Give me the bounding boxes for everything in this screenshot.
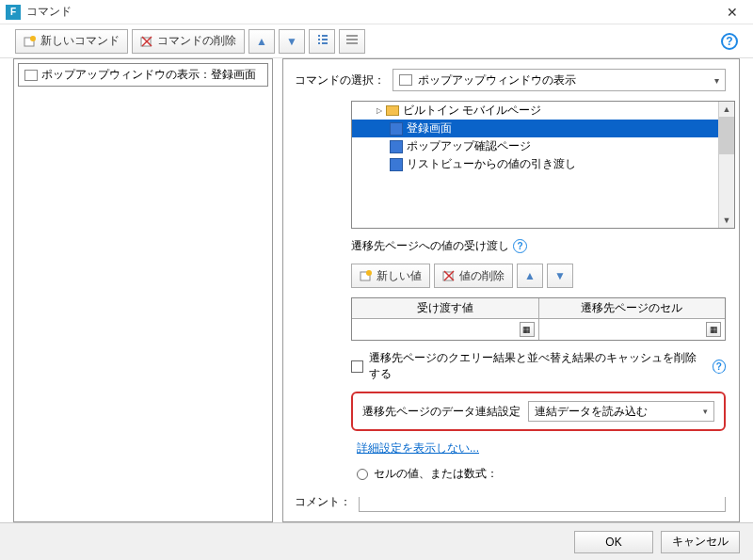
move-up-button[interactable]: ▲ — [248, 29, 275, 54]
command-select-dropdown[interactable]: ポップアップウィンドウの表示 ▾ — [393, 69, 726, 91]
tree-item-label: リストビューからの値の引き渡し — [407, 157, 576, 171]
tree-item-selected[interactable]: 登録画面 — [352, 120, 718, 137]
help-icon[interactable]: ? — [713, 360, 726, 374]
cache-delete-checkbox[interactable] — [351, 360, 363, 373]
pass-values-label-row: 遷移先ページへの値の受け渡し ? — [351, 238, 739, 254]
pass-values-label: 遷移先ページへの値の受け渡し — [351, 238, 509, 254]
page-icon — [399, 74, 412, 86]
cell-picker-icon[interactable]: ▦ — [520, 322, 535, 337]
svg-rect-13 — [346, 42, 358, 44]
comment-input[interactable] — [359, 491, 726, 512]
move-down-button[interactable]: ▼ — [279, 29, 305, 54]
page-tree-content: ▷ ビルトイン モバイルページ 登録画面 ポップアップ確認ページ — [352, 102, 718, 228]
arrow-down-icon: ▼ — [554, 269, 566, 282]
svg-rect-11 — [346, 35, 358, 37]
column-header-target: 遷移先ページのセル — [539, 298, 726, 318]
tree-item[interactable]: ポップアップ確認ページ — [352, 137, 718, 155]
arrow-up-icon: ▲ — [524, 269, 536, 282]
chevron-down-icon: ▾ — [703, 407, 708, 416]
tree-item[interactable]: リストビューからの値の引き渡し — [352, 155, 718, 173]
list-outdent-icon — [345, 33, 359, 49]
tree-group[interactable]: ▷ ビルトイン モバイルページ — [352, 102, 718, 120]
svg-rect-7 — [318, 42, 320, 44]
dialog-footer: OK キャンセル — [0, 522, 753, 560]
command-select-label: コマンドの選択： — [295, 72, 385, 88]
svg-rect-8 — [322, 35, 328, 37]
value-down-button[interactable]: ▼ — [547, 264, 573, 288]
scroll-up-icon: ▲ — [719, 102, 734, 117]
toolbar: 新しいコマンド コマンドの削除 ▲ ▼ ? — [0, 24, 753, 58]
command-list-panel: ポップアップウィンドウの表示：登録画面 — [13, 58, 273, 522]
cell-value-radio[interactable] — [357, 469, 368, 480]
svg-point-1 — [30, 36, 36, 41]
page-icon — [390, 140, 403, 153]
folder-icon — [386, 105, 399, 116]
window-title: コマンド — [26, 4, 717, 20]
list-indent-button[interactable] — [309, 29, 335, 54]
help-button[interactable]: ? — [721, 33, 738, 50]
arrow-down-icon: ▼ — [286, 35, 297, 48]
cancel-button[interactable]: キャンセル — [661, 531, 740, 553]
delete-value-button[interactable]: 値の削除 — [434, 264, 513, 288]
app-icon: F — [6, 5, 21, 20]
delete-value-icon — [442, 269, 456, 282]
cache-delete-label: 遷移先ページのクエリー結果と並べ替え結果のキャッシュを削除する — [369, 350, 703, 382]
data-link-value: 連結データを読み込む — [535, 404, 648, 420]
new-value-button[interactable]: 新しい値 — [351, 264, 430, 288]
main-area: ポップアップウィンドウの表示：登録画面 コマンドの選択： ポップアップウィンドウ… — [0, 58, 753, 522]
tree-group-label: ビルトイン モバイルページ — [403, 104, 541, 118]
cell-picker-icon[interactable]: ▦ — [706, 322, 721, 337]
svg-point-15 — [366, 270, 372, 276]
arrow-up-icon: ▲ — [256, 35, 267, 48]
page-icon — [24, 70, 38, 81]
page-tree: ▷ ビルトイン モバイルページ 登録画面 ポップアップ確認ページ — [351, 101, 735, 229]
ok-button[interactable]: OK — [574, 531, 653, 553]
svg-rect-9 — [322, 39, 328, 40]
command-item-label: ポップアップウィンドウの表示：登録画面 — [41, 67, 256, 83]
command-settings-panel: コマンドの選択： ポップアップウィンドウの表示 ▾ ▷ ビルトイン モバイルペー… — [282, 58, 740, 522]
value-target-cell[interactable]: ▦ — [539, 319, 726, 340]
scrollbar-thumb[interactable] — [719, 117, 734, 154]
comment-label: コメント： — [295, 494, 351, 510]
cell-value-radio-label: セルの値、または数式： — [374, 466, 498, 482]
value-up-button[interactable]: ▲ — [517, 264, 543, 288]
command-select-value: ポップアップウィンドウの表示 — [418, 72, 576, 88]
new-command-button[interactable]: 新しいコマンド — [15, 29, 128, 54]
values-table: 受け渡す値 遷移先ページのセル ▦ ▦ — [351, 297, 726, 341]
tree-item-label: 登録画面 — [407, 121, 452, 136]
page-icon — [390, 158, 403, 171]
window-titlebar: F コマンド ✕ — [0, 0, 753, 24]
delete-command-button[interactable]: コマンドの削除 — [132, 29, 245, 54]
svg-rect-6 — [318, 39, 320, 40]
new-value-label: 新しい値 — [376, 268, 422, 284]
delete-command-label: コマンドの削除 — [157, 33, 236, 49]
column-header-source: 受け渡す値 — [352, 298, 539, 318]
command-item[interactable]: ポップアップウィンドウの表示：登録画面 — [18, 63, 268, 87]
data-link-label: 遷移先ページのデータ連結設定 — [362, 404, 521, 420]
svg-rect-12 — [346, 39, 358, 40]
data-link-setting-highlight: 遷移先ページのデータ連結設定 連結データを読み込む ▾ — [351, 392, 726, 431]
chevron-down-icon: ▾ — [714, 75, 719, 86]
hide-advanced-link[interactable]: 詳細設定を表示しない... — [357, 440, 739, 456]
new-command-label: 新しいコマンド — [40, 33, 120, 49]
new-command-icon — [24, 35, 37, 48]
expand-icon: ▷ — [376, 106, 382, 115]
value-source-cell[interactable]: ▦ — [352, 319, 539, 340]
tree-scrollbar[interactable]: ▲ ▼ — [718, 102, 734, 228]
command-select-row: コマンドの選択： ポップアップウィンドウの表示 ▾ — [295, 69, 739, 91]
page-icon — [390, 122, 403, 136]
data-link-combo[interactable]: 連結データを読み込む ▾ — [528, 401, 714, 422]
new-value-icon — [360, 269, 373, 282]
help-icon[interactable]: ? — [513, 239, 527, 253]
tree-item-label: ポップアップ確認ページ — [407, 139, 531, 153]
cache-checkbox-row: 遷移先ページのクエリー結果と並べ替え結果のキャッシュを削除する ? — [351, 350, 726, 382]
comment-row: コメント： — [295, 491, 726, 512]
svg-rect-5 — [318, 35, 320, 37]
delete-value-label: 値の削除 — [459, 268, 505, 284]
delete-command-icon — [140, 35, 153, 48]
scroll-down-icon: ▼ — [719, 213, 734, 228]
close-button[interactable]: ✕ — [717, 3, 747, 22]
cell-value-radio-row: セルの値、または数式： — [357, 466, 739, 482]
list-indent-icon — [315, 33, 328, 49]
list-outdent-button[interactable] — [339, 29, 365, 54]
